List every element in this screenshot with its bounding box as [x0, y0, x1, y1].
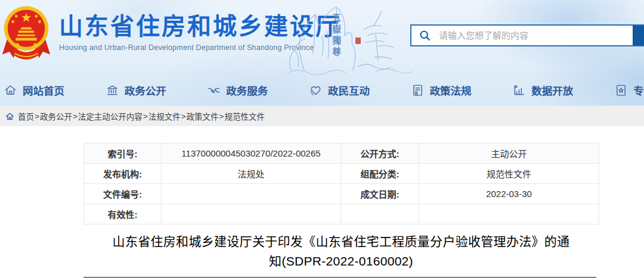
meta-label-issue-date: 成文日期:: [341, 184, 419, 204]
document-content: 索引号: 113700000045030270/2022-00265 公开方式:…: [83, 143, 599, 278]
handshake-icon: [207, 83, 221, 97]
document-title: 山东省住房和城乡建设厅关于印发《山东省住宅工程质量分户验收管理办法》的通知(SD…: [111, 232, 571, 271]
nav-item-label: 政民互动: [328, 83, 370, 98]
search-icon: [411, 26, 439, 45]
site-header: 山东省住房和城乡建设厅 Housing and Urban-Rural Deve…: [0, 0, 644, 106]
breadcrumb-separator: >: [143, 112, 148, 121]
search-input[interactable]: [439, 26, 633, 45]
nav-item-home[interactable]: 网站首页: [4, 83, 64, 98]
national-emblem-logo: [1, 3, 51, 65]
meta-value-index-number: 113700000045030270/2022-00265: [162, 143, 341, 164]
site-title-english: Housing and Urban-Rural Development Depa…: [59, 43, 341, 52]
breadcrumb-separator: >: [181, 112, 186, 121]
breadcrumb-item-policy-files[interactable]: 政策文件: [187, 110, 219, 122]
site-title: 山东省住房和城乡建设厅: [59, 13, 341, 39]
breadcrumb-item-current: 规范性文件: [224, 110, 265, 122]
meta-label-empty: [341, 204, 419, 224]
table-row: 发布机构: 法规处 组配分类: 规范性文件: [84, 164, 599, 184]
meta-value-category: 规范性文件: [419, 164, 599, 184]
home-icon: [4, 83, 17, 97]
table-row: 有效性:: [84, 204, 599, 224]
nav-item-label: 专题专栏: [633, 83, 644, 98]
site-title-block: 山东省住房和城乡建设厅 Housing and Urban-Rural Deve…: [59, 13, 341, 52]
breadcrumb-item-gov-info[interactable]: 政务公开: [40, 110, 72, 122]
nav-item-label: 政务公开: [125, 83, 166, 98]
breadcrumb: 首页 > 政务公开 > 法定主动公开内容 > 法规文件 > 政策文件 > 规范性…: [0, 106, 644, 126]
meta-label-issuing-agency: 发布机构:: [84, 164, 162, 184]
home-icon[interactable]: [5, 112, 14, 121]
nav-item-label: 数据开放: [531, 83, 573, 98]
meta-value-document-number: [162, 184, 341, 204]
breadcrumb-item-statutory-disclosure[interactable]: 法定主动公开内容: [78, 110, 143, 122]
bank-icon: [106, 83, 119, 97]
breadcrumb-item-home[interactable]: 首页: [18, 110, 34, 122]
meta-value-empty: [419, 204, 599, 224]
nav-item-interaction[interactable]: 政民互动: [309, 83, 370, 98]
breadcrumb-separator: >: [73, 112, 78, 121]
nav-item-label: 政务服务: [226, 83, 268, 98]
site-search: [410, 24, 644, 46]
nav-item-policies[interactable]: 政策法规: [411, 83, 472, 98]
breadcrumb-separator: >: [219, 112, 224, 121]
meta-value-validity: [162, 204, 341, 224]
meta-label-category: 组配分类:: [341, 164, 419, 184]
meta-value-issuing-agency: 法规处: [162, 164, 341, 184]
search-button[interactable]: [633, 26, 644, 45]
table-row: 文件编号: 成文日期: 2022-03-30: [84, 184, 599, 204]
nav-item-open-data[interactable]: 数据开放: [512, 83, 573, 98]
nav-item-label: 网站首页: [23, 83, 64, 98]
painting-seal-text: 五嶽獨尊: [330, 13, 342, 58]
breadcrumb-item-regulation-files[interactable]: 法规文件: [148, 110, 181, 122]
star-document-icon: [614, 83, 628, 97]
meta-value-issue-date: 2022-03-30: [419, 184, 599, 204]
document-meta-table: 索引号: 113700000045030270/2022-00265 公开方式:…: [83, 143, 599, 224]
nav-item-special-topics[interactable]: 专题专栏: [614, 83, 644, 98]
breadcrumb-separator: >: [35, 112, 39, 121]
bar-chart-icon: [512, 83, 526, 97]
meta-label-index-number: 索引号:: [84, 143, 162, 164]
meta-value-disclosure-method: 主动公开: [419, 143, 599, 164]
page: 山东省住房和城乡建设厅 Housing and Urban-Rural Deve…: [0, 0, 644, 278]
nav-item-gov-services[interactable]: 政务服务: [207, 83, 268, 98]
main-navigation: 网站首页 政务公开 政务服务: [0, 74, 644, 105]
nav-item-gov-info[interactable]: 政务公开: [106, 83, 166, 98]
meta-label-validity: 有效性:: [84, 204, 162, 224]
meta-label-disclosure-method: 公开方式:: [341, 143, 419, 164]
nav-item-label: 政策法规: [430, 83, 472, 98]
red-seal-stamp: [355, 38, 361, 44]
document-seal-icon: [411, 83, 425, 97]
table-row: 索引号: 113700000045030270/2022-00265 公开方式:…: [84, 143, 599, 164]
meta-label-document-number: 文件编号:: [84, 184, 162, 204]
heart-icon: [309, 83, 323, 97]
